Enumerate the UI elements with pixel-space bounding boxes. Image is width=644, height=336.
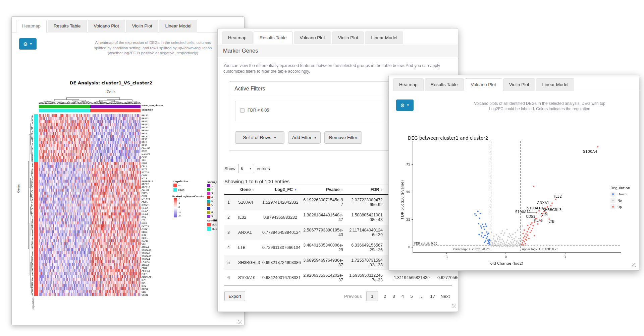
pagination-next[interactable]: Next <box>440 294 450 299</box>
volcano-point-no <box>511 245 512 246</box>
column-header-log2fc[interactable]: Log2_FC▼ <box>259 186 300 193</box>
pagination-page-17[interactable]: 17 <box>429 294 436 299</box>
volcano-point-down <box>487 243 489 244</box>
volcano-point-down <box>475 214 477 216</box>
tab-heatmap[interactable]: Heatmap <box>222 31 253 44</box>
gene-label: CFL1 <box>142 165 147 168</box>
volcano-point-no <box>491 245 492 247</box>
volcano-point-down <box>488 242 490 243</box>
table-row[interactable]: 6S100A100.6842400167083312.9206335351420… <box>224 270 452 285</box>
tab-results-table[interactable]: Results Table <box>48 20 87 32</box>
heatmap-panel-tabbar: Heatmap Results Table Volcano Plot Violi… <box>12 20 244 32</box>
tab-linear-model[interactable]: Linear Model <box>159 20 197 32</box>
legend-item: 8 <box>207 211 213 214</box>
volcano-point-no <box>494 241 496 242</box>
heatmap-options-button[interactable]: ⚙▼ <box>19 38 37 50</box>
volcano-point-no <box>503 241 504 242</box>
volcano-point-no <box>519 227 521 228</box>
sort-desc-icon: ▼ <box>294 188 297 191</box>
volcano-point-down <box>487 233 488 235</box>
set-rows-button[interactable]: Set # of Rows▼ <box>235 131 284 144</box>
volcano-point-no <box>506 242 507 243</box>
results-description-line2: customized filters to filter the table a… <box>223 69 310 74</box>
column-header-pvalue[interactable]: Pvalue▲▼ <box>300 186 346 193</box>
gene-label: IER2 <box>142 285 147 287</box>
volcano-options-button[interactable]: ⚙▼ <box>396 99 414 111</box>
upper-cutoff-label: upper log2FC cutoff: 0.25 <box>522 248 558 251</box>
fdr-filter-checkbox[interactable] <box>240 108 245 113</box>
volcano-point-no <box>502 246 503 247</box>
volcano-point-up <box>527 234 528 236</box>
pagination-page-3[interactable]: 3 <box>391 294 396 299</box>
volcano-point-no <box>512 246 514 247</box>
volcano-point-up <box>522 233 524 234</box>
gene-label: RPS6 <box>142 138 147 141</box>
resize-grip[interactable] <box>632 263 636 267</box>
volcano-point-down <box>489 240 490 241</box>
pagination-page-2[interactable]: 2 <box>383 294 387 299</box>
gene-label: KLF6 <box>142 222 147 225</box>
gene-label: IL7R <box>142 279 146 281</box>
volcano-point-up <box>521 244 523 245</box>
tab-results-table[interactable]: Results Table <box>425 78 464 91</box>
remove-filter-button[interactable]: Remove Filter <box>324 131 362 144</box>
volcano-point-no <box>501 239 503 240</box>
tab-volcano-plot[interactable]: Volcano Plot <box>294 31 331 44</box>
export-button[interactable]: Export <box>224 291 245 301</box>
chevron-down-icon: ▼ <box>314 136 317 139</box>
gene-label: RPS3A <box>142 129 149 132</box>
tab-results-table[interactable]: Results Table <box>254 31 293 45</box>
volcano-point-down <box>482 223 483 225</box>
column-header-fdr[interactable]: FDR▲▼ <box>346 186 386 193</box>
scale-tick: 1 <box>178 202 180 204</box>
resize-grip[interactable] <box>452 304 455 308</box>
tab-linear-model[interactable]: Linear Model <box>536 78 574 91</box>
gene-point-label: VIM <box>541 212 547 216</box>
gene-label: JUN <box>142 282 146 284</box>
gene-label: B2M <box>142 216 146 219</box>
tab-volcano-plot[interactable]: Volcano Plot <box>88 20 125 32</box>
resize-grip[interactable] <box>238 320 241 324</box>
entries-select[interactable]: 6▼ <box>238 164 254 173</box>
pagination-page-5[interactable]: 5 <box>409 294 414 299</box>
pagination-page-4[interactable]: 4 <box>400 294 405 299</box>
volcano-point-down <box>484 229 485 230</box>
gene-label: RPL32 <box>142 135 148 138</box>
volcano-legend-label: No <box>618 199 622 202</box>
gene-label: ARPC2 <box>142 183 149 186</box>
volcano-point-no <box>517 229 518 231</box>
volcano-point-up <box>522 242 523 244</box>
volcano-point-up <box>526 237 527 238</box>
tab-heatmap[interactable]: Heatmap <box>393 78 424 91</box>
volcano-point-no <box>493 246 494 247</box>
gene-label: VIM <box>142 243 146 246</box>
pagination-page-1[interactable]: 1 <box>366 291 378 301</box>
heatmap-description: A heatmap of the expression of DEGs in t… <box>80 40 225 56</box>
volcano-point-down <box>480 213 481 214</box>
gene-label: RPS27 <box>142 120 149 123</box>
x-tick-label: 0 <box>505 255 507 259</box>
tab-violin-plot[interactable]: Violin Plot <box>503 78 535 91</box>
tab-violin-plot[interactable]: Violin Plot <box>126 20 158 32</box>
gene-label: CALM1 <box>142 189 149 192</box>
column-header-gene[interactable]: Gene▲▼ <box>235 186 259 193</box>
volcano-legend-title: Regulation <box>610 186 630 190</box>
tab-violin-plot[interactable]: Violin Plot <box>332 31 364 44</box>
volcano-point-no <box>506 229 507 230</box>
scale-tick: -2 <box>178 215 181 218</box>
genes-axis-label: Genes <box>17 184 20 193</box>
gene-label: RPS13 <box>142 123 149 126</box>
volcano-point-down <box>483 237 484 238</box>
gene-label: SH3BGRL3 <box>142 180 153 183</box>
legend-item: 2 <box>207 188 213 191</box>
heatmap-gene-labels: RPL31RPS23RPS27RPS13RPL21RPS3ARPL9RPL32R… <box>142 114 165 297</box>
tab-volcano-plot[interactable]: Volcano Plot <box>465 78 502 91</box>
gene-label: HLA-A <box>142 213 148 216</box>
gear-icon: ⚙ <box>23 42 28 47</box>
add-filter-button[interactable]: Add Filter▼ <box>288 131 321 144</box>
pagination-previous[interactable]: Previous <box>344 294 362 299</box>
volcano-point-no <box>489 245 490 246</box>
volcano-panel-tabbar: Heatmap Results Table Volcano Plot Violi… <box>389 78 639 91</box>
tab-linear-model[interactable]: Linear Model <box>365 31 403 44</box>
tab-heatmap[interactable]: Heatmap <box>16 20 47 33</box>
